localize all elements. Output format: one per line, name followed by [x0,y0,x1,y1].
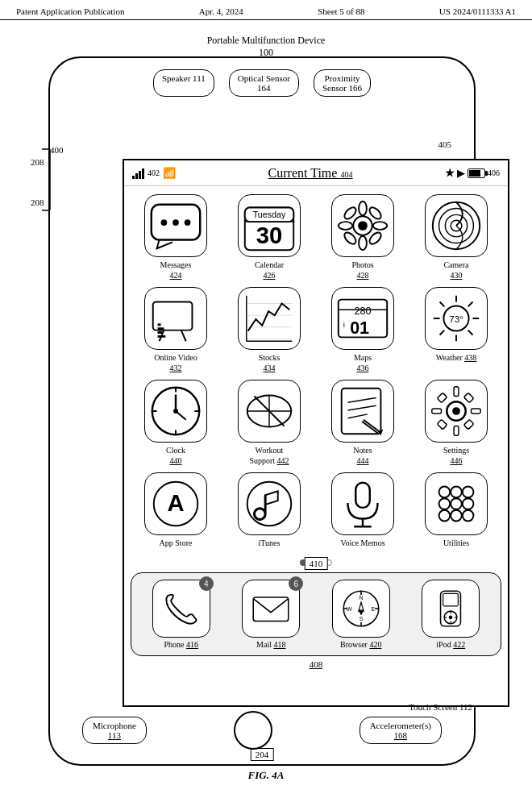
svg-rect-107 [441,591,461,626]
app-icon-utilities [425,472,488,535]
svg-line-49 [440,330,445,335]
svg-text:S: S [359,616,363,621]
svg-rect-63 [342,389,381,434]
app-clock[interactable]: Clock440 [132,380,219,466]
app-icon-settings [425,380,488,443]
app-label-settings: Settings446 [443,445,469,466]
header-left: Patent Application Publication [16,6,124,16]
app-label-calendar: Calendar426 [255,260,284,281]
accelerometer-box: Accelerometer(s)168 [360,717,442,744]
svg-point-3 [185,219,191,226]
app-settings[interactable]: Settings446 [413,380,500,466]
svg-point-89 [439,498,451,509]
app-icon-photos [331,194,394,257]
app-photos[interactable]: Photos428 [319,194,406,281]
app-icon-voice-memos [331,472,394,535]
device-outer: Speaker 111 Optical Sensor164 ProximityS… [48,56,476,766]
svg-point-12 [359,236,367,251]
app-appstore[interactable]: A App Store [132,472,219,548]
dock-label-browser: Browser 420 [340,640,381,649]
svg-line-66 [347,414,367,418]
speaker-sensor: Speaker 111 [153,69,214,97]
dock-mail[interactable]: 6 Mail 418 [242,580,300,649]
optical-sensor: Optical Sensor164 [229,69,299,97]
app-stocks[interactable]: Stocks434 [226,287,313,373]
home-button[interactable] [234,711,272,750]
app-label-voice-memos: Voice Memos [340,538,384,548]
app-icon-weather: 73° [425,287,488,350]
app-notes[interactable]: Notes444 [319,380,406,466]
ref-405: 405 [438,139,452,149]
app-label-weather: Weather 438 [436,352,477,363]
app-label-appstore: App Store [160,538,193,548]
ref-410: 410 [305,557,328,570]
proximity-sensor: ProximitySensor 166 [314,69,371,97]
app-maps[interactable]: 280 01 i Maps436 [319,287,406,373]
status-bar-right: ★ ▶ 406 [445,167,500,180]
svg-rect-108 [443,593,459,606]
mail-badge: 6 [289,576,303,591]
svg-text:30: 30 [256,222,283,248]
svg-point-71 [452,407,460,415]
app-weather[interactable]: 73° Weather 438 [413,287,500,373]
app-icon-workout [238,380,301,443]
header-right: US 2024/0111333 A1 [439,6,516,16]
app-voice-memos[interactable]: Voice Memos [319,472,406,548]
dock-icon-phone: 4 [152,580,210,638]
battery-icon [468,168,485,178]
svg-point-14 [373,222,388,230]
dock-browser[interactable]: N S E W Browser 420 [332,580,390,649]
svg-text:73°: 73° [449,314,463,324]
svg-rect-77 [463,393,473,402]
svg-line-25 [181,330,186,342]
svg-point-87 [451,487,462,498]
svg-rect-76 [437,393,447,402]
app-label-itunes: iTunes [259,538,281,548]
app-label-utilities: Utilities [443,538,469,548]
microphone-box: Microphone113 [82,717,147,744]
app-label-clock: Clock440 [166,445,185,466]
dock-phone[interactable]: 4 Phone 416 [152,580,210,649]
svg-rect-83 [355,483,370,508]
signal-ref: 402 [148,168,160,177]
svg-rect-74 [432,409,442,414]
sensor-row: Speaker 111 Optical Sensor164 ProximityS… [50,69,474,97]
dock-label-mail: Mail 418 [256,640,285,649]
svg-text:01: 01 [350,318,369,338]
play-icon: ▶ [457,167,465,180]
app-label-notes: Notes444 [353,445,372,466]
battery-ref: 406 [488,168,500,177]
app-itunes[interactable]: iTunes [226,472,313,548]
app-messages[interactable]: Messages424 [132,194,219,281]
svg-point-2 [172,219,179,226]
svg-point-90 [451,498,462,509]
app-workout-support[interactable]: WorkoutSupport 442 [226,380,313,466]
svg-line-65 [347,405,376,410]
svg-text:E: E [371,606,375,612]
app-icon-notes [331,380,394,443]
header-sheet: Sheet 5 of 88 [318,6,364,16]
app-label-photos: Photos428 [351,260,373,281]
svg-marker-105 [359,602,364,611]
svg-point-93 [451,510,462,522]
main-content: Portable Multifunction Device 100 206 ↙ … [0,20,532,788]
app-label-messages: Messages424 [160,260,192,281]
svg-point-1 [160,219,167,226]
dock-ipod[interactable]: iPod 422 [422,580,480,649]
touchscreen-label: Touch Screen 112 [409,702,472,712]
svg-rect-78 [437,419,447,429]
svg-point-91 [463,498,474,509]
svg-rect-23 [153,302,193,330]
app-calendar[interactable]: Tuesday 30 Calendar426 [226,194,313,281]
fig-label: FIG. 4A [248,769,285,782]
app-online-video[interactable]: Online Video432 [132,287,219,373]
app-label-stocks: Stocks434 [259,352,281,373]
status-bar-left: 402 📶 [132,167,176,180]
app-icon-messages [144,194,207,257]
svg-line-46 [440,302,445,307]
svg-text:i: i [343,320,345,329]
svg-rect-79 [463,419,473,429]
app-utilities[interactable]: Utilities [413,472,500,548]
svg-line-48 [468,302,473,307]
app-camera[interactable]: Camera430 [413,194,500,281]
